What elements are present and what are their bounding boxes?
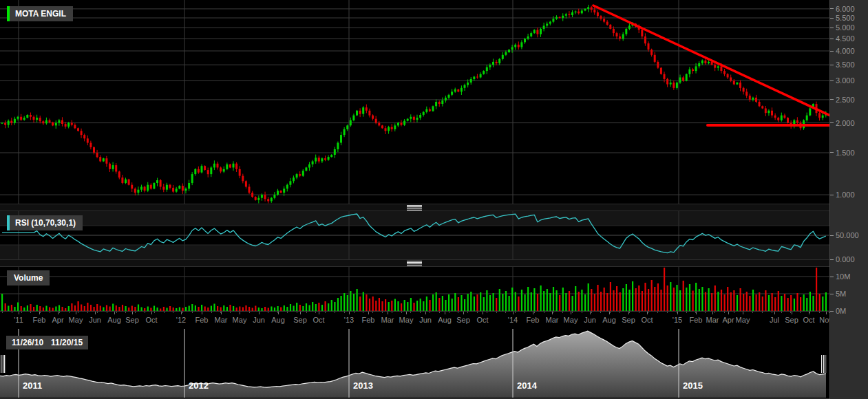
candle-body [118, 171, 120, 177]
volume-bar [743, 294, 744, 311]
time-axis-minor-tick [809, 312, 810, 313]
candle-body [359, 111, 361, 114]
candle-body [413, 117, 415, 120]
time-axis-tick [202, 312, 202, 314]
volume-bar [721, 290, 722, 311]
candle-body [385, 128, 387, 131]
time-axis-minor-tick [69, 312, 70, 313]
candle-body [178, 186, 180, 188]
descending-resistance-line[interactable] [593, 6, 829, 116]
rsi-panel[interactable] [0, 211, 829, 259]
panel-resize-handle-icon[interactable] [407, 261, 422, 266]
volume-bar [521, 290, 522, 311]
volume-bar [84, 306, 85, 311]
axis-tick-text: 3.000 [836, 76, 855, 85]
panel-separator[interactable] [0, 204, 829, 211]
candle-body [527, 36, 529, 39]
candle-body [771, 111, 773, 116]
candle-body [730, 78, 732, 81]
time-axis-tick-label: Mar [215, 316, 228, 324]
volume-bar [569, 291, 570, 311]
candle-body [454, 89, 456, 91]
candle-body [150, 185, 152, 189]
time-axis-tick [696, 312, 697, 314]
time-axis-minor-tick [97, 312, 98, 313]
time-axis[interactable]: '11FebAprMayJunAugSepOct'12FebMarMayJunA… [0, 311, 829, 329]
time-axis-minor-tick [762, 312, 763, 313]
time-axis-tick [609, 312, 610, 314]
candle-body [315, 158, 317, 161]
candle-body [1, 123, 3, 124]
candle-body [350, 120, 352, 126]
time-axis-tick-label: Apr [722, 316, 734, 324]
candle-body [549, 22, 551, 24]
volume-tick-label: 10M [830, 272, 850, 281]
axis-tick-text: 5.500 [836, 13, 855, 23]
rsi-label[interactable]: RSI (10,70,30,1) [7, 215, 83, 230]
axis-tick-mark [830, 28, 834, 28]
candle-body [210, 168, 212, 175]
time-axis-minor-tick [392, 312, 392, 313]
candle-body [676, 83, 678, 88]
candle-body [464, 85, 466, 88]
candle-body [591, 7, 593, 10]
price-axis[interactable]: 6.0005.5005.0004.5004.0003.5003.0002.500… [829, 0, 868, 399]
volume-label[interactable]: Volume [7, 270, 50, 285]
axis-tick-text: 1.000 [836, 190, 855, 200]
volume-bar [106, 305, 107, 312]
time-axis-minor-tick [439, 312, 440, 313]
volume-chart-canvas[interactable] [0, 267, 829, 311]
time-axis-tick-label: Sep [785, 316, 798, 324]
volume-bar [809, 292, 811, 311]
time-axis-minor-tick [657, 312, 658, 313]
volume-bar [321, 305, 323, 311]
candle-body [410, 117, 412, 119]
volume-bar [822, 296, 823, 311]
volume-bar [39, 306, 41, 311]
volume-bar [768, 295, 770, 311]
volume-bar [549, 293, 551, 311]
panel-resize-handle-icon[interactable] [407, 205, 422, 211]
time-axis-tick-label: Apr [52, 316, 63, 324]
time-axis-minor-tick [477, 312, 478, 313]
time-axis-tick [571, 312, 571, 314]
instrument-label[interactable]: MOTA ENGIL [7, 6, 73, 21]
candle-body [520, 42, 522, 47]
candle-body [89, 143, 92, 148]
range-slider-right-handle[interactable] [821, 355, 827, 373]
panel-separator[interactable] [0, 259, 829, 267]
volume-bar [448, 294, 449, 311]
candle-body [372, 116, 374, 119]
candle-body [388, 127, 390, 131]
candle-body [727, 74, 729, 78]
time-axis-minor-tick [182, 312, 183, 313]
price-panel[interactable] [0, 0, 829, 204]
volume-bar [540, 285, 542, 311]
time-axis-tick-label: '14 [508, 316, 518, 324]
price-chart-canvas[interactable] [0, 0, 829, 204]
axis-tick-text: 4.000 [836, 46, 855, 56]
candle-body [198, 169, 200, 173]
candle-body [403, 121, 405, 125]
volume-bar [752, 290, 754, 311]
candle-body [743, 88, 745, 92]
candle-body [201, 166, 203, 172]
candle-body [381, 125, 383, 128]
timeline-overview[interactable]: 11/26/10 11/20/15 20112012201320142015 [0, 329, 829, 399]
candle-body [366, 107, 368, 111]
volume-bar [334, 302, 335, 311]
volume-bar [486, 290, 487, 311]
time-axis-tick [590, 312, 591, 314]
rsi-chart-canvas[interactable] [0, 211, 829, 259]
volume-bar [461, 295, 462, 311]
time-axis-minor-tick [458, 312, 458, 313]
time-axis-minor-tick [21, 312, 22, 313]
overview-area-canvas[interactable] [0, 329, 829, 398]
candle-body [511, 47, 514, 50]
candle-body [423, 112, 425, 115]
time-axis-tick [463, 312, 464, 314]
volume-panel[interactable] [0, 267, 829, 311]
volume-bar [515, 292, 516, 312]
range-slider-left-handle[interactable] [1, 355, 6, 373]
time-axis-tick [792, 312, 792, 314]
